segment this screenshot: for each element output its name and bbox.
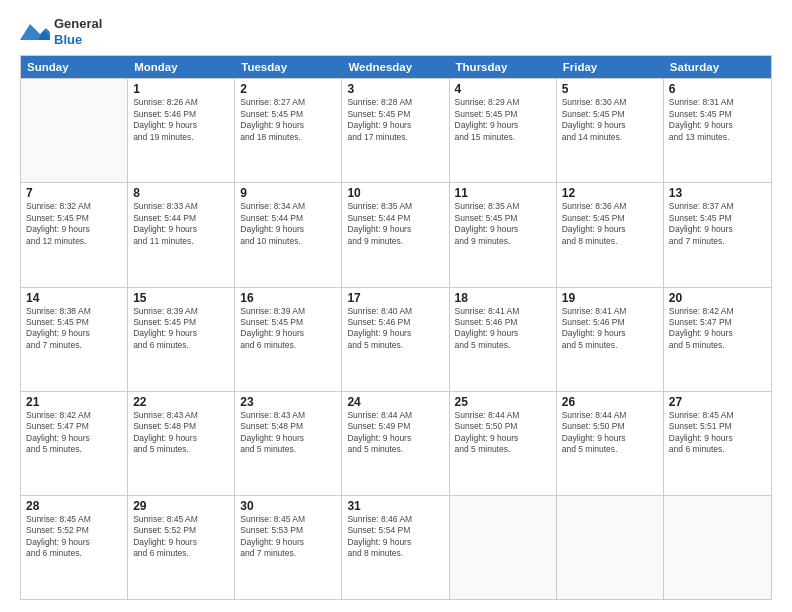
day-info: Sunrise: 8:37 AM Sunset: 5:45 PM Dayligh… [669, 201, 766, 247]
day-number: 24 [347, 395, 443, 409]
day-number: 1 [133, 82, 229, 96]
day-number: 11 [455, 186, 551, 200]
header-day: Friday [557, 56, 664, 78]
day-info: Sunrise: 8:27 AM Sunset: 5:45 PM Dayligh… [240, 97, 336, 143]
day-info: Sunrise: 8:42 AM Sunset: 5:47 PM Dayligh… [26, 410, 122, 456]
header-day: Tuesday [235, 56, 342, 78]
header-day: Monday [128, 56, 235, 78]
day-info: Sunrise: 8:41 AM Sunset: 5:46 PM Dayligh… [455, 306, 551, 352]
day-number: 3 [347, 82, 443, 96]
day-info: Sunrise: 8:44 AM Sunset: 5:49 PM Dayligh… [347, 410, 443, 456]
calendar-cell: 19Sunrise: 8:41 AM Sunset: 5:46 PM Dayli… [557, 288, 664, 391]
calendar-cell [21, 79, 128, 182]
day-number: 28 [26, 499, 122, 513]
day-info: Sunrise: 8:45 AM Sunset: 5:52 PM Dayligh… [26, 514, 122, 560]
day-info: Sunrise: 8:46 AM Sunset: 5:54 PM Dayligh… [347, 514, 443, 560]
day-number: 23 [240, 395, 336, 409]
day-info: Sunrise: 8:40 AM Sunset: 5:46 PM Dayligh… [347, 306, 443, 352]
day-info: Sunrise: 8:31 AM Sunset: 5:45 PM Dayligh… [669, 97, 766, 143]
day-info: Sunrise: 8:44 AM Sunset: 5:50 PM Dayligh… [455, 410, 551, 456]
calendar-row: 21Sunrise: 8:42 AM Sunset: 5:47 PM Dayli… [21, 391, 771, 495]
day-info: Sunrise: 8:42 AM Sunset: 5:47 PM Dayligh… [669, 306, 766, 352]
day-info: Sunrise: 8:26 AM Sunset: 5:46 PM Dayligh… [133, 97, 229, 143]
calendar-cell: 8Sunrise: 8:33 AM Sunset: 5:44 PM Daylig… [128, 183, 235, 286]
calendar-cell: 12Sunrise: 8:36 AM Sunset: 5:45 PM Dayli… [557, 183, 664, 286]
day-info: Sunrise: 8:34 AM Sunset: 5:44 PM Dayligh… [240, 201, 336, 247]
day-number: 16 [240, 291, 336, 305]
calendar-cell: 2Sunrise: 8:27 AM Sunset: 5:45 PM Daylig… [235, 79, 342, 182]
calendar-cell: 4Sunrise: 8:29 AM Sunset: 5:45 PM Daylig… [450, 79, 557, 182]
calendar-row: 1Sunrise: 8:26 AM Sunset: 5:46 PM Daylig… [21, 78, 771, 182]
calendar-cell: 3Sunrise: 8:28 AM Sunset: 5:45 PM Daylig… [342, 79, 449, 182]
day-number: 8 [133, 186, 229, 200]
day-info: Sunrise: 8:43 AM Sunset: 5:48 PM Dayligh… [240, 410, 336, 456]
day-info: Sunrise: 8:45 AM Sunset: 5:53 PM Dayligh… [240, 514, 336, 560]
calendar-cell: 7Sunrise: 8:32 AM Sunset: 5:45 PM Daylig… [21, 183, 128, 286]
header-day: Sunday [21, 56, 128, 78]
day-number: 19 [562, 291, 658, 305]
day-info: Sunrise: 8:45 AM Sunset: 5:51 PM Dayligh… [669, 410, 766, 456]
day-info: Sunrise: 8:45 AM Sunset: 5:52 PM Dayligh… [133, 514, 229, 560]
day-info: Sunrise: 8:44 AM Sunset: 5:50 PM Dayligh… [562, 410, 658, 456]
calendar-cell: 29Sunrise: 8:45 AM Sunset: 5:52 PM Dayli… [128, 496, 235, 599]
calendar-header: SundayMondayTuesdayWednesdayThursdayFrid… [21, 56, 771, 78]
calendar-cell: 14Sunrise: 8:38 AM Sunset: 5:45 PM Dayli… [21, 288, 128, 391]
day-info: Sunrise: 8:29 AM Sunset: 5:45 PM Dayligh… [455, 97, 551, 143]
calendar-cell: 17Sunrise: 8:40 AM Sunset: 5:46 PM Dayli… [342, 288, 449, 391]
calendar-row: 14Sunrise: 8:38 AM Sunset: 5:45 PM Dayli… [21, 287, 771, 391]
day-number: 20 [669, 291, 766, 305]
calendar-cell: 24Sunrise: 8:44 AM Sunset: 5:49 PM Dayli… [342, 392, 449, 495]
logo-icon [20, 20, 50, 44]
calendar-cell: 16Sunrise: 8:39 AM Sunset: 5:45 PM Dayli… [235, 288, 342, 391]
day-info: Sunrise: 8:41 AM Sunset: 5:46 PM Dayligh… [562, 306, 658, 352]
day-info: Sunrise: 8:35 AM Sunset: 5:44 PM Dayligh… [347, 201, 443, 247]
day-number: 27 [669, 395, 766, 409]
day-number: 2 [240, 82, 336, 96]
day-number: 17 [347, 291, 443, 305]
calendar-cell: 26Sunrise: 8:44 AM Sunset: 5:50 PM Dayli… [557, 392, 664, 495]
day-number: 10 [347, 186, 443, 200]
day-number: 30 [240, 499, 336, 513]
day-number: 29 [133, 499, 229, 513]
day-number: 6 [669, 82, 766, 96]
calendar-cell [450, 496, 557, 599]
calendar-cell: 18Sunrise: 8:41 AM Sunset: 5:46 PM Dayli… [450, 288, 557, 391]
day-number: 31 [347, 499, 443, 513]
calendar-cell: 28Sunrise: 8:45 AM Sunset: 5:52 PM Dayli… [21, 496, 128, 599]
calendar-cell: 1Sunrise: 8:26 AM Sunset: 5:46 PM Daylig… [128, 79, 235, 182]
calendar-cell: 9Sunrise: 8:34 AM Sunset: 5:44 PM Daylig… [235, 183, 342, 286]
calendar-cell: 5Sunrise: 8:30 AM Sunset: 5:45 PM Daylig… [557, 79, 664, 182]
calendar-cell [557, 496, 664, 599]
logo-text: General Blue [54, 16, 102, 47]
header-day: Thursday [450, 56, 557, 78]
calendar-cell: 10Sunrise: 8:35 AM Sunset: 5:44 PM Dayli… [342, 183, 449, 286]
day-number: 5 [562, 82, 658, 96]
day-info: Sunrise: 8:32 AM Sunset: 5:45 PM Dayligh… [26, 201, 122, 247]
day-info: Sunrise: 8:43 AM Sunset: 5:48 PM Dayligh… [133, 410, 229, 456]
logo: General Blue [20, 16, 102, 47]
calendar-cell: 13Sunrise: 8:37 AM Sunset: 5:45 PM Dayli… [664, 183, 771, 286]
day-number: 26 [562, 395, 658, 409]
day-number: 21 [26, 395, 122, 409]
day-info: Sunrise: 8:33 AM Sunset: 5:44 PM Dayligh… [133, 201, 229, 247]
calendar-cell: 27Sunrise: 8:45 AM Sunset: 5:51 PM Dayli… [664, 392, 771, 495]
day-number: 9 [240, 186, 336, 200]
calendar-cell: 23Sunrise: 8:43 AM Sunset: 5:48 PM Dayli… [235, 392, 342, 495]
day-number: 13 [669, 186, 766, 200]
day-number: 14 [26, 291, 122, 305]
day-number: 7 [26, 186, 122, 200]
calendar-row: 28Sunrise: 8:45 AM Sunset: 5:52 PM Dayli… [21, 495, 771, 599]
day-info: Sunrise: 8:38 AM Sunset: 5:45 PM Dayligh… [26, 306, 122, 352]
header-day: Saturday [664, 56, 771, 78]
calendar-cell: 30Sunrise: 8:45 AM Sunset: 5:53 PM Dayli… [235, 496, 342, 599]
calendar-cell: 31Sunrise: 8:46 AM Sunset: 5:54 PM Dayli… [342, 496, 449, 599]
day-info: Sunrise: 8:36 AM Sunset: 5:45 PM Dayligh… [562, 201, 658, 247]
calendar-cell: 22Sunrise: 8:43 AM Sunset: 5:48 PM Dayli… [128, 392, 235, 495]
day-number: 25 [455, 395, 551, 409]
calendar-cell: 20Sunrise: 8:42 AM Sunset: 5:47 PM Dayli… [664, 288, 771, 391]
day-info: Sunrise: 8:35 AM Sunset: 5:45 PM Dayligh… [455, 201, 551, 247]
day-number: 15 [133, 291, 229, 305]
calendar-body: 1Sunrise: 8:26 AM Sunset: 5:46 PM Daylig… [21, 78, 771, 599]
day-info: Sunrise: 8:30 AM Sunset: 5:45 PM Dayligh… [562, 97, 658, 143]
calendar-cell: 25Sunrise: 8:44 AM Sunset: 5:50 PM Dayli… [450, 392, 557, 495]
